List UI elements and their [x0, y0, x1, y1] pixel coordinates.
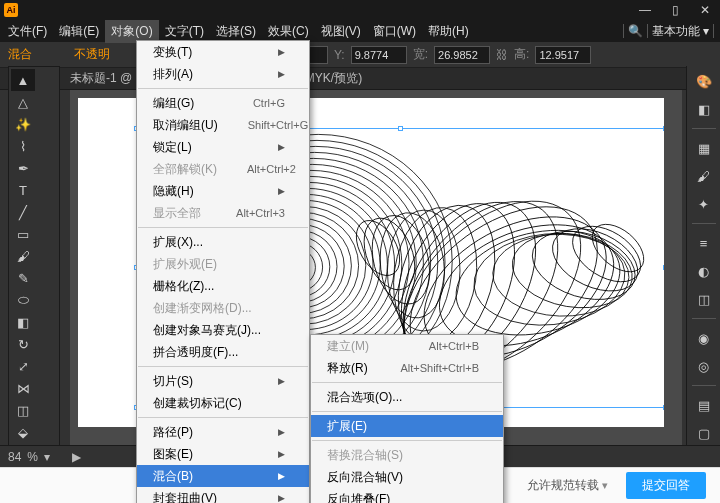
menu-row[interactable]: 切片(S)▶	[137, 370, 309, 392]
paintbrush-tool[interactable]: 🖌	[11, 245, 35, 267]
document-tab[interactable]: 未标题-1 @ (CMYK/预览)	[0, 68, 720, 90]
menu-row: 全部解锁(K)Alt+Ctrl+2	[137, 158, 309, 180]
free-transform-tool[interactable]: ◫	[11, 399, 35, 421]
appearance-panel-icon[interactable]: ◉	[693, 327, 715, 349]
window-close[interactable]: ✕	[690, 0, 720, 20]
width-label: 宽:	[413, 46, 428, 63]
stroke-panel-icon[interactable]: ≡	[693, 232, 715, 254]
rotate-tool[interactable]: ↻	[11, 333, 35, 355]
status-tool-icon: ▶	[72, 450, 81, 464]
menu-row[interactable]: 创建裁切标记(C)	[137, 392, 309, 414]
menu-row[interactable]: 释放(R)Alt+Shift+Ctrl+B	[311, 357, 503, 379]
menu-row[interactable]: 隐藏(H)▶	[137, 180, 309, 202]
menu-row[interactable]: 图案(E)▶	[137, 443, 309, 465]
line-tool[interactable]: ╱	[11, 201, 35, 223]
shape-builder-tool[interactable]: ⬙	[11, 421, 35, 443]
right-dock: 🎨 ◧ ▦ 🖌 ✦ ≡ ◐ ◫ ◉ ◎ ▤ ▢	[686, 66, 720, 445]
height-field[interactable]	[535, 46, 591, 64]
menu-row[interactable]: 扩展(X)...	[137, 231, 309, 253]
menu-row[interactable]: 变换(T)▶	[137, 41, 309, 63]
magic-wand-tool[interactable]: ✨	[11, 113, 35, 135]
color-guide-icon[interactable]: ◧	[693, 98, 715, 120]
blend-submenu-dropdown: 建立(M)Alt+Ctrl+B释放(R)Alt+Shift+Ctrl+B混合选项…	[310, 334, 504, 503]
rectangle-tool[interactable]: ▭	[11, 223, 35, 245]
menu-row[interactable]: 封套扭曲(V)▶	[137, 487, 309, 503]
menu-row[interactable]: 锁定(L)▶	[137, 136, 309, 158]
menu-row: 建立(M)Alt+Ctrl+B	[311, 335, 503, 357]
menu-item[interactable]: 帮助(H)	[422, 20, 475, 43]
menu-row[interactable]: 排列(A)▶	[137, 63, 309, 85]
window-minimize[interactable]: —	[630, 0, 660, 20]
gradient-panel-icon[interactable]: ◐	[693, 260, 715, 282]
layers-panel-icon[interactable]: ▤	[693, 394, 715, 416]
workspace-switcher[interactable]: 基本功能 ▾	[652, 23, 709, 40]
height-label: 高:	[514, 46, 529, 63]
zoom-level[interactable]: 84	[8, 450, 21, 464]
lasso-tool[interactable]: ⌇	[11, 135, 35, 157]
window-maximize[interactable]: ▯	[660, 0, 690, 20]
menu-row[interactable]: 反向混合轴(V)	[311, 466, 503, 488]
tools-panel: ▲ △ ✨ ⌇ ✒ T ╱ ▭ 🖌 ✎ ⬭ ◧ ↻ ⤢ ⋈ ◫ ⬙ ▦ ▩ ▮ …	[8, 66, 60, 503]
menu-item[interactable]: 窗口(W)	[367, 20, 422, 43]
menu-row: 扩展外观(E)	[137, 253, 309, 275]
swatches-panel-icon[interactable]: ▦	[693, 137, 715, 159]
object-menu-dropdown: 变换(T)▶排列(A)▶编组(G)Ctrl+G取消编组(U)Shift+Ctrl…	[136, 40, 310, 503]
search-icon[interactable]: 🔍	[628, 24, 643, 38]
selection-tool[interactable]: ▲	[11, 69, 35, 91]
menu-item[interactable]: 文件(F)	[2, 20, 53, 43]
artboards-panel-icon[interactable]: ▢	[693, 422, 715, 444]
menu-row: 显示全部Alt+Ctrl+3	[137, 202, 309, 224]
menu-row[interactable]: 创建对象马赛克(J)...	[137, 319, 309, 341]
menu-row: 替换混合轴(S)	[311, 444, 503, 466]
eraser-tool[interactable]: ◧	[11, 311, 35, 333]
pencil-tool[interactable]: ✎	[11, 267, 35, 289]
link-icon[interactable]: ⛓	[496, 48, 508, 62]
opacity-label: 不透明	[74, 46, 110, 63]
color-panel-icon[interactable]: 🎨	[693, 70, 715, 92]
menu-bar: 文件(F)编辑(E)对象(O)文字(T)选择(S)效果(C)视图(V)窗口(W)…	[0, 20, 720, 42]
pen-tool[interactable]: ✒	[11, 157, 35, 179]
width-field[interactable]	[434, 46, 490, 64]
brushes-panel-icon[interactable]: 🖌	[693, 165, 715, 187]
menu-row[interactable]: 扩展(E)	[311, 415, 503, 437]
symbols-panel-icon[interactable]: ✦	[693, 193, 715, 215]
submit-answer-button[interactable]: 提交回答	[626, 472, 706, 499]
document-title: 未标题-1 @	[70, 70, 132, 87]
type-tool[interactable]: T	[11, 179, 35, 201]
width-tool[interactable]: ⋈	[11, 377, 35, 399]
blob-brush-tool[interactable]: ⬭	[11, 289, 35, 311]
graphic-styles-icon[interactable]: ◎	[693, 355, 715, 377]
menu-row[interactable]: 拼合透明度(F)...	[137, 341, 309, 363]
options-bar: 混合 不透明 Y: 宽: ⛓ 高:	[0, 42, 720, 68]
scale-tool[interactable]: ⤢	[11, 355, 35, 377]
menu-item[interactable]: 编辑(E)	[53, 20, 105, 43]
menu-row[interactable]: 混合选项(O)...	[311, 386, 503, 408]
menu-row[interactable]: 栅格化(Z)...	[137, 275, 309, 297]
menu-row: 创建渐变网格(D)...	[137, 297, 309, 319]
menu-row[interactable]: 编组(G)Ctrl+G	[137, 92, 309, 114]
menu-row[interactable]: 路径(P)▶	[137, 421, 309, 443]
menu-item[interactable]: 视图(V)	[315, 20, 367, 43]
menu-row[interactable]: 取消编组(U)Shift+Ctrl+G	[137, 114, 309, 136]
menu-row[interactable]: 反向堆叠(F)	[311, 488, 503, 503]
direct-selection-tool[interactable]: △	[11, 91, 35, 113]
app-logo: Ai	[4, 3, 18, 17]
transparency-panel-icon[interactable]: ◫	[693, 288, 715, 310]
y-field[interactable]	[351, 46, 407, 64]
menu-row[interactable]: 混合(B)▶	[137, 465, 309, 487]
allow-repost-toggle[interactable]: 允许规范转载 ▾	[527, 477, 610, 494]
blend-label: 混合	[8, 46, 32, 63]
